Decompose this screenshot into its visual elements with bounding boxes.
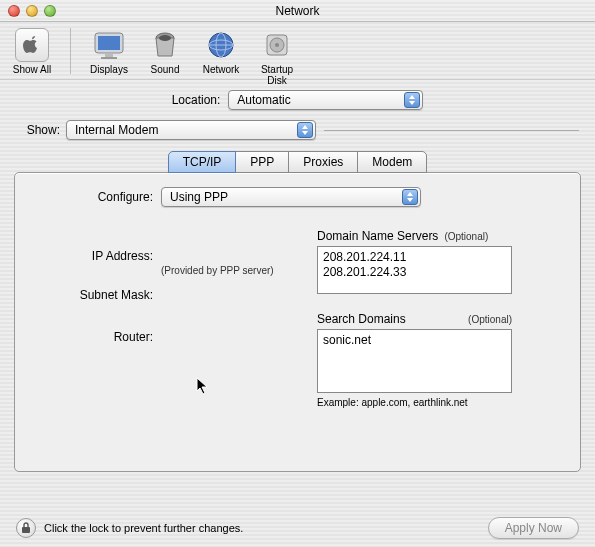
svg-rect-3 <box>101 57 117 59</box>
lock-button[interactable] <box>16 518 36 538</box>
speaker-icon <box>145 28 185 62</box>
dns-title: Domain Name Servers <box>317 229 438 243</box>
disk-icon <box>257 28 297 62</box>
show-label: Show: <box>14 123 60 137</box>
display-icon <box>89 28 129 62</box>
search-domains-optional: (Optional) <box>468 314 512 325</box>
window-title: Network <box>0 4 595 18</box>
svg-rect-1 <box>98 36 120 50</box>
footer: Click the lock to prevent further change… <box>0 517 595 539</box>
apply-now-button[interactable]: Apply Now <box>488 517 579 539</box>
toolbar: Show All Displays Sound Network Startup … <box>0 22 595 80</box>
show-select[interactable]: Internal Modem <box>66 120 316 140</box>
search-domains-example: Example: apple.com, earthlink.net <box>317 397 564 408</box>
tab-bar: TCP/IP PPP Proxies Modem <box>14 150 581 172</box>
toolbar-label: Sound <box>151 64 180 75</box>
ip-provided-note: (Provided by PPP server) <box>161 265 311 276</box>
configure-label: Configure: <box>31 190 161 204</box>
toolbar-label: Startup Disk <box>253 64 301 86</box>
toolbar-show-all[interactable]: Show All <box>8 28 56 75</box>
lock-icon <box>21 522 31 534</box>
lock-text: Click the lock to prevent further change… <box>44 522 243 534</box>
location-value: Automatic <box>237 93 290 107</box>
show-value: Internal Modem <box>75 123 158 137</box>
titlebar: Network <box>0 0 595 22</box>
subnet-mask-label: Subnet Mask: <box>31 286 161 302</box>
chevron-up-down-icon <box>297 122 313 138</box>
toolbar-label: Network <box>203 64 240 75</box>
dns-optional: (Optional) <box>444 231 488 242</box>
ip-address-label: IP Address: <box>31 247 161 263</box>
tcpip-panel: Configure: Using PPP IP Address: (Provid… <box>14 172 581 472</box>
svg-rect-13 <box>22 527 30 533</box>
search-domains-input[interactable]: sonic.net <box>317 329 512 393</box>
chevron-up-down-icon <box>404 92 420 108</box>
location-select[interactable]: Automatic <box>228 90 423 110</box>
tab-modem[interactable]: Modem <box>357 151 427 173</box>
separator-line <box>324 130 579 131</box>
apple-prefs-icon <box>15 28 49 62</box>
router-label: Router: <box>31 328 161 344</box>
tab-ppp[interactable]: PPP <box>235 151 289 173</box>
configure-value: Using PPP <box>170 190 228 204</box>
toolbar-startup-disk[interactable]: Startup Disk <box>253 28 301 86</box>
search-domains-title: Search Domains <box>317 312 406 326</box>
globe-icon <box>201 28 241 62</box>
dns-servers-input[interactable]: 208.201.224.11 208.201.224.33 <box>317 246 512 294</box>
svg-rect-2 <box>105 54 113 57</box>
tab-tcpip[interactable]: TCP/IP <box>168 151 237 173</box>
toolbar-sound[interactable]: Sound <box>141 28 189 75</box>
svg-point-5 <box>159 35 171 41</box>
toolbar-label: Show All <box>13 64 51 75</box>
configure-select[interactable]: Using PPP <box>161 187 421 207</box>
location-label: Location: <box>172 93 221 107</box>
toolbar-network[interactable]: Network <box>197 28 245 75</box>
toolbar-displays[interactable]: Displays <box>85 28 133 75</box>
toolbar-divider <box>70 28 71 74</box>
toolbar-label: Displays <box>90 64 128 75</box>
svg-point-12 <box>275 43 279 47</box>
chevron-up-down-icon <box>402 189 418 205</box>
tab-proxies[interactable]: Proxies <box>288 151 358 173</box>
